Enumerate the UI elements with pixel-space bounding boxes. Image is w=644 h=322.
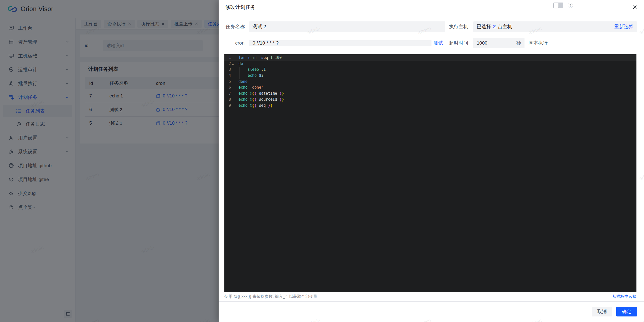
toggle-knob: [554, 3, 558, 8]
code-line: 7echo @{{ datetime }}: [224, 91, 636, 97]
cron-test-button[interactable]: 测试: [431, 40, 445, 46]
timeout-unit: 秒: [516, 40, 521, 46]
code-line: 2⌄do: [224, 61, 636, 67]
cancel-button[interactable]: 取消: [592, 307, 612, 316]
indent-guide: [239, 67, 239, 79]
code-text: for i in `seq 1 100`: [238, 55, 284, 61]
close-icon[interactable]: [632, 4, 637, 10]
code-line: 1for i in `seq 1 100`: [224, 55, 636, 61]
cron-input[interactable]: 0 */10 * * * ?: [249, 40, 431, 46]
code-line: 3 sleep .1: [224, 67, 636, 73]
cron-value: 0 */10 * * * ?: [253, 40, 279, 46]
line-number: 4: [226, 73, 231, 79]
line-number: 8: [226, 97, 231, 103]
code-text: echo @{{ sourceId }}: [238, 97, 284, 103]
code-line: 8echo @{{ sourceId }}: [224, 97, 636, 103]
code-line: 6echo 'done': [224, 85, 636, 91]
host-selected-count: 2: [493, 24, 496, 29]
host-selected-suffix: 台主机: [498, 23, 512, 30]
line-number: 5: [226, 79, 231, 85]
timeout-value: 1000: [477, 40, 487, 46]
script-exec-label: 脚本执行: [529, 38, 548, 48]
code-line: 9echo @{{ seq }}: [224, 103, 636, 109]
code-text: sleep .1: [238, 67, 266, 73]
cron-input-group: 0 */10 * * * ? 测试: [249, 38, 445, 48]
footer-divider: [219, 301, 644, 302]
drawer-header: 修改计划任务: [219, 0, 644, 14]
fold-chevron-icon[interactable]: ⌄: [232, 61, 234, 67]
editor-hint: 使用 @{{ xxx }} 来替换参数, 输入_可以获取全部变量: [224, 294, 317, 299]
help-icon[interactable]: ?: [568, 3, 573, 8]
code-line: 4 echo $i: [224, 73, 636, 79]
code-line: 5done: [224, 79, 636, 85]
select-from-template-link[interactable]: 从模板中选择: [612, 294, 636, 299]
code-text: echo 'done': [238, 85, 263, 91]
confirm-button[interactable]: 确定: [616, 307, 637, 316]
drawer-footer: 取消 确定: [592, 307, 637, 316]
code-text: do: [238, 61, 243, 67]
task-name-input[interactable]: 测试 2: [249, 21, 445, 32]
line-number: 1: [226, 55, 231, 61]
edit-task-drawer: 修改计划任务 任务名称 测试 2 执行主机 已选择 2 台主机 重新选择 cro…: [219, 0, 644, 322]
reselect-hosts-link[interactable]: 重新选择: [614, 23, 633, 30]
line-number: 6: [226, 85, 231, 91]
task-name-label: 任务名称: [226, 21, 245, 32]
task-name-value: 测试 2: [253, 23, 266, 30]
timeout-input[interactable]: 1000 秒: [473, 38, 525, 48]
code-text: echo @{{ seq }}: [238, 103, 272, 109]
exec-host-label: 执行主机: [449, 21, 468, 32]
line-number: 9: [226, 103, 231, 109]
timeout-label: 超时时间: [449, 38, 468, 48]
line-number: 2: [226, 61, 231, 67]
host-selected-prefix: 已选择: [477, 23, 491, 30]
code-text: echo $i: [238, 73, 263, 79]
cron-label: cron: [226, 38, 245, 48]
code-text: echo @{{ datetime }}: [238, 91, 284, 97]
exec-host-selector[interactable]: 已选择 2 台主机 重新选择: [473, 21, 637, 32]
line-number: 7: [226, 91, 231, 97]
script-code-editor[interactable]: 1for i in `seq 1 100`2⌄do3 sleep .14 ech…: [224, 54, 636, 292]
line-number: 3: [226, 67, 231, 73]
editor-lines: 1for i in `seq 1 100`2⌄do3 sleep .14 ech…: [224, 54, 636, 109]
script-exec-toggle[interactable]: [553, 3, 563, 8]
code-text: done: [238, 79, 248, 85]
